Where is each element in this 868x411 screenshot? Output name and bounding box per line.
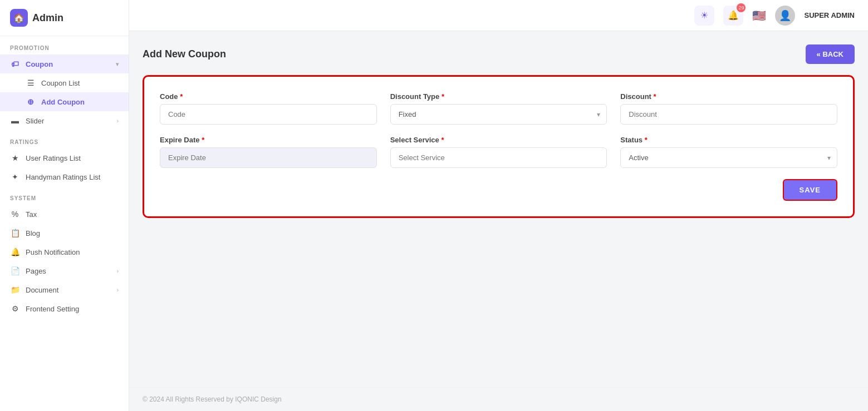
slider-icon: ▬ <box>10 116 20 125</box>
select-service-label: Select Service * <box>390 136 607 144</box>
discount-type-label: Discount Type * <box>390 92 607 101</box>
theme-toggle-button[interactable]: ☀ <box>694 6 714 26</box>
sidebar-item-push-notification-label: Push Notification <box>26 248 80 256</box>
expire-date-label: Expire Date * <box>160 136 377 144</box>
form-grid: Code * Discount Type * Fixed Percentage <box>160 92 837 168</box>
code-required: * <box>180 92 183 101</box>
sidebar-item-add-coupon-label: Add Coupon <box>41 98 85 106</box>
sidebar-item-blog[interactable]: 📋 Blog <box>0 224 129 242</box>
handyman-icon: ✦ <box>10 172 20 181</box>
select-service-required: * <box>441 136 444 144</box>
expire-date-required: * <box>202 136 204 144</box>
status-select[interactable]: Active Inactive <box>620 147 837 168</box>
page-title: Add New Coupon <box>143 48 226 60</box>
sidebar-item-coupon-list[interactable]: ☰ Coupon List <box>0 73 129 92</box>
notification-badge: 29 <box>737 3 746 12</box>
discount-label: Discount * <box>620 92 837 101</box>
sidebar-item-tax-label: Tax <box>26 210 37 219</box>
status-required: * <box>645 136 648 144</box>
sidebar-item-slider[interactable]: ▬ Slider › <box>0 111 129 130</box>
discount-type-field-group: Discount Type * Fixed Percentage <box>390 92 607 125</box>
sidebar-item-coupon-label: Coupon <box>26 60 53 68</box>
sidebar-item-coupon-list-label: Coupon List <box>41 79 80 87</box>
status-field-group: Status * Active Inactive <box>620 136 837 168</box>
tax-icon: % <box>10 210 20 219</box>
status-label: Status * <box>620 136 837 144</box>
discount-type-select-wrapper: Fixed Percentage <box>390 104 607 125</box>
code-input[interactable] <box>160 104 377 125</box>
code-label: Code * <box>160 92 377 101</box>
sidebar-item-frontend-setting-label: Frontend Setting <box>26 305 79 313</box>
sidebar-item-pages-label: Pages <box>26 267 46 275</box>
sidebar-item-user-ratings-label: User Ratings List <box>26 154 81 162</box>
status-select-wrapper: Active Inactive <box>620 147 837 168</box>
chevron-right-icon-document: › <box>117 287 119 293</box>
sidebar-item-user-ratings[interactable]: ★ User Ratings List <box>0 148 129 167</box>
pages-icon: 📄 <box>10 266 20 275</box>
page-content: Add New Coupon « BACK Code * Discount Ty… <box>129 31 868 387</box>
sun-icon: ☀ <box>700 10 708 21</box>
chevron-right-icon-pages: › <box>117 268 119 274</box>
sidebar-item-push-notification[interactable]: 🔔 Push Notification <box>0 242 129 261</box>
topnav: ☀ 🔔 29 🇺🇸 👤 SUPER ADMIN <box>129 0 868 31</box>
discount-type-required: * <box>442 92 444 101</box>
back-button[interactable]: « BACK <box>806 44 855 64</box>
notification-button[interactable]: 🔔 29 <box>723 6 743 26</box>
language-selector[interactable]: 🇺🇸 <box>752 9 766 22</box>
sidebar-item-frontend-setting[interactable]: ⚙ Frontend Setting <box>0 299 129 318</box>
select-service-input[interactable] <box>390 147 607 168</box>
add-icon: ⊕ <box>26 97 36 106</box>
section-label-system: SYSTEM <box>0 186 129 205</box>
logo-icon: 🏠 <box>10 9 28 27</box>
coupon-icon: 🏷 <box>10 60 20 68</box>
add-coupon-form-card: Code * Discount Type * Fixed Percentage <box>143 75 855 218</box>
sidebar-item-pages[interactable]: 📄 Pages › <box>0 261 129 280</box>
bell-icon: 🔔 <box>10 247 20 256</box>
footer: © 2024 All Rights Reserved by IQONIC Des… <box>129 387 868 411</box>
expire-date-field-group: Expire Date * <box>160 136 377 168</box>
discount-type-select[interactable]: Fixed Percentage <box>390 104 607 125</box>
expire-date-input[interactable] <box>160 147 377 168</box>
sidebar-item-add-coupon[interactable]: ⊕ Add Coupon <box>0 92 129 111</box>
code-field-group: Code * <box>160 92 377 125</box>
sidebar: 🏠 Admin PROMOTION 🏷 Coupon ▾ ☰ Coupon Li… <box>0 0 129 411</box>
admin-name: SUPER ADMIN <box>804 11 855 19</box>
sidebar-item-document[interactable]: 📁 Document › <box>0 280 129 299</box>
form-actions: SAVE <box>160 179 837 201</box>
save-button[interactable]: SAVE <box>783 179 837 201</box>
chevron-down-icon: ▾ <box>116 61 119 67</box>
blog-icon: 📋 <box>10 229 20 237</box>
sidebar-item-slider-label: Slider <box>26 117 44 125</box>
sidebar-item-handyman-ratings[interactable]: ✦ Handyman Ratings List <box>0 167 129 186</box>
chevron-right-icon: › <box>117 118 119 124</box>
settings-icon: ⚙ <box>10 304 20 313</box>
sidebar-item-document-label: Document <box>26 286 58 294</box>
select-service-field-group: Select Service * <box>390 136 607 168</box>
sidebar-item-handyman-ratings-label: Handyman Ratings List <box>26 173 100 181</box>
page-header: Add New Coupon « BACK <box>143 44 855 64</box>
footer-text: © 2024 All Rights Reserved by IQONIC Des… <box>143 395 282 403</box>
logo-text: Admin <box>32 12 63 24</box>
discount-field-group: Discount * <box>620 92 837 125</box>
bell-icon-nav: 🔔 <box>728 10 739 21</box>
list-icon: ☰ <box>26 78 36 87</box>
discount-input[interactable] <box>620 104 837 125</box>
discount-required: * <box>654 92 656 101</box>
avatar[interactable]: 👤 <box>775 6 795 26</box>
section-label-promotion: PROMOTION <box>0 36 129 55</box>
sidebar-item-blog-label: Blog <box>26 229 40 237</box>
document-icon: 📁 <box>10 285 20 294</box>
sidebar-item-tax[interactable]: % Tax <box>0 205 129 224</box>
sidebar-item-coupon[interactable]: 🏷 Coupon ▾ <box>0 55 129 73</box>
star-icon: ★ <box>10 153 20 162</box>
main-content: ☀ 🔔 29 🇺🇸 👤 SUPER ADMIN Add New Coupon «… <box>129 0 868 411</box>
logo: 🏠 Admin <box>0 0 129 36</box>
section-label-ratings: RATINGS <box>0 130 129 148</box>
